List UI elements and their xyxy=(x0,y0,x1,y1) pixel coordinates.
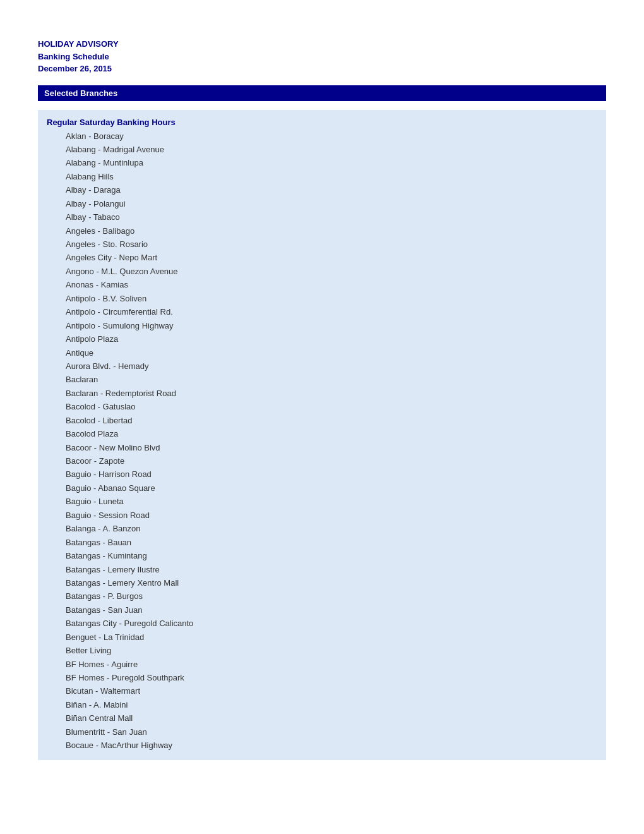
list-item: Baguio - Harrison Road xyxy=(47,468,597,481)
list-item: BF Homes - Aguirre xyxy=(47,658,597,671)
list-item: Angeles - Balibago xyxy=(47,224,597,238)
list-item: Albay - Daraga xyxy=(47,183,597,196)
list-item: BF Homes - Puregold Southpark xyxy=(47,671,597,684)
subsection-title: Regular Saturday Banking Hours xyxy=(47,118,597,127)
list-item: Alabang - Muntinlupa xyxy=(47,156,597,169)
list-item: Baguio - Session Road xyxy=(47,509,597,522)
list-item: Biñan - A. Mabini xyxy=(47,698,597,711)
list-item: Baguio - Abanao Square xyxy=(47,481,597,495)
list-item: Albay - Polangui xyxy=(47,197,597,210)
list-item: Bacolod - Gatuslao xyxy=(47,400,597,413)
header-title: HOLIDAY ADVISORY xyxy=(38,38,606,51)
list-item: Baclaran - Redemptorist Road xyxy=(47,387,597,400)
list-item: Antique xyxy=(47,346,597,360)
list-item: Benguet - La Trinidad xyxy=(47,631,597,644)
list-item: Batangas - Lemery Ilustre xyxy=(47,563,597,576)
list-item: Bacoor - New Molino Blvd xyxy=(47,441,597,454)
list-item: Batangas - P. Burgos xyxy=(47,589,597,603)
list-item: Balanga - A. Banzon xyxy=(47,522,597,535)
header-subtitle-banking: Banking Schedule xyxy=(38,51,606,63)
list-item: Bocaue - MacArthur Highway xyxy=(47,739,597,752)
list-item: Antipolo - Circumferential Rd. xyxy=(47,305,597,318)
list-item: Bacolod Plaza xyxy=(47,427,597,440)
list-item: Angono - M.L. Quezon Avenue xyxy=(47,265,597,278)
list-item: Batangas - Bauan xyxy=(47,536,597,549)
list-item: Bacolod - Libertad xyxy=(47,414,597,427)
header-section: HOLIDAY ADVISORY Banking Schedule Decemb… xyxy=(38,38,606,75)
list-item: Aklan - Boracay xyxy=(47,130,597,143)
list-item: Baclaran xyxy=(47,373,597,386)
branch-list: Aklan - BoracayAlabang - Madrigal Avenue… xyxy=(47,130,597,752)
list-item: Albay - Tabaco xyxy=(47,210,597,224)
list-item: Angeles City - Nepo Mart xyxy=(47,251,597,264)
list-item: Biñan Central Mall xyxy=(47,711,597,725)
list-item: Antipolo Plaza xyxy=(47,332,597,346)
list-item: Angeles - Sto. Rosario xyxy=(47,238,597,251)
list-item: Batangas - Kumintang xyxy=(47,549,597,562)
list-item: Antipolo - Sumulong Highway xyxy=(47,319,597,332)
list-item: Antipolo - B.V. Soliven xyxy=(47,292,597,305)
content-area: Regular Saturday Banking Hours Aklan - B… xyxy=(38,110,606,760)
list-item: Batangas - San Juan xyxy=(47,603,597,617)
list-item: Better Living xyxy=(47,644,597,657)
list-item: Blumentritt - San Juan xyxy=(47,725,597,739)
list-item: Baguio - Luneta xyxy=(47,495,597,508)
header-subtitle-date: December 26, 2015 xyxy=(38,63,606,75)
list-item: Aurora Blvd. - Hemady xyxy=(47,360,597,373)
list-item: Alabang - Madrigal Avenue xyxy=(47,143,597,156)
list-item: Anonas - Kamias xyxy=(47,278,597,291)
list-item: Alabang Hills xyxy=(47,170,597,183)
list-item: Batangas - Lemery Xentro Mall xyxy=(47,576,597,589)
list-item: Batangas City - Puregold Calicanto xyxy=(47,617,597,630)
section-header: Selected Branches xyxy=(38,85,606,101)
list-item: Bacoor - Zapote xyxy=(47,454,597,468)
list-item: Bicutan - Waltermart xyxy=(47,684,597,698)
